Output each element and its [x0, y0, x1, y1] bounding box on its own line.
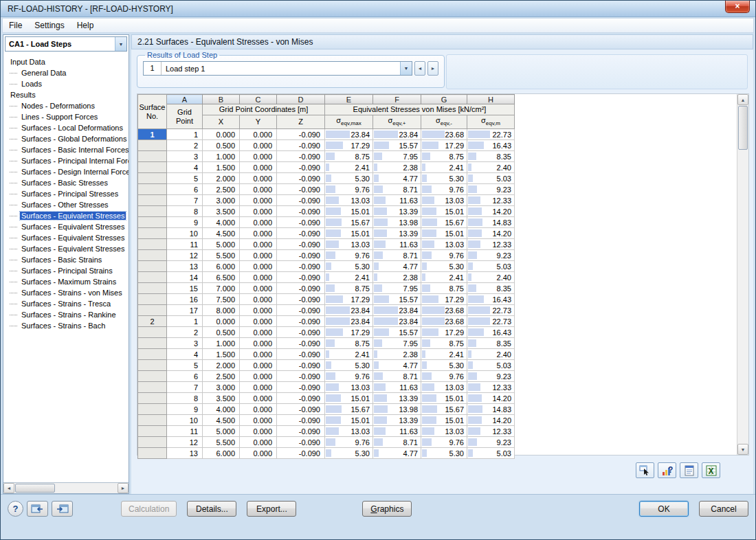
stress-cell[interactable]: 7.95 — [373, 151, 421, 162]
pick-grid-point-button[interactable] — [636, 462, 654, 478]
stress-cell[interactable]: 2.41 — [421, 272, 467, 283]
stress-cell[interactable]: 9.23 — [467, 250, 515, 261]
stress-cell[interactable]: 17.29 — [421, 294, 467, 305]
coord-cell[interactable]: 1.500 — [203, 349, 240, 360]
stress-cell[interactable]: 5.30 — [325, 173, 373, 184]
coord-cell[interactable]: 3.000 — [203, 195, 240, 206]
tree-item[interactable]: Surfaces - Principal Internal Forces — [3, 155, 129, 166]
stress-cell[interactable]: 15.67 — [421, 404, 467, 415]
coord-cell[interactable]: 2.000 — [203, 360, 240, 371]
surface-no-cell[interactable] — [138, 437, 167, 448]
stress-cell[interactable]: 2.40 — [467, 349, 515, 360]
coord-cell[interactable]: 2.500 — [203, 184, 240, 195]
stress-cell[interactable]: 15.57 — [373, 140, 421, 151]
stress-cell[interactable]: 2.40 — [467, 272, 515, 283]
tree-item[interactable]: General Data — [3, 67, 129, 78]
surface-no-cell[interactable] — [138, 184, 167, 195]
tree-item[interactable]: Surfaces - Strains - Rankine — [3, 309, 129, 320]
scroll-down-button[interactable]: ▼ — [737, 444, 748, 455]
surface-no-cell[interactable] — [138, 294, 167, 305]
stress-cell[interactable]: 5.03 — [467, 261, 515, 272]
stress-cell[interactable]: 8.71 — [373, 184, 421, 195]
stress-cell[interactable]: 5.03 — [467, 448, 515, 459]
tree-item[interactable]: Surfaces - Equivalent Stresses — [3, 232, 129, 243]
prev-table-button[interactable] — [27, 501, 48, 517]
stress-cell[interactable]: 9.76 — [421, 437, 467, 448]
coord-cell[interactable]: -0.090 — [277, 327, 325, 338]
coord-cell[interactable]: -0.090 — [277, 404, 325, 415]
tree-item[interactable]: Surfaces - Strains - von Mises — [3, 287, 129, 298]
stress-cell[interactable]: 23.68 — [421, 129, 467, 140]
stress-cell[interactable]: 23.84 — [373, 129, 421, 140]
coord-cell[interactable]: 0.000 — [240, 272, 277, 283]
stress-cell[interactable]: 7.95 — [373, 338, 421, 349]
stress-cell[interactable]: 12.33 — [467, 382, 515, 393]
stress-cell[interactable]: 13.03 — [325, 382, 373, 393]
scroll-left-button[interactable]: ◄ — [3, 483, 14, 493]
stress-cell[interactable]: 13.98 — [373, 217, 421, 228]
coord-cell[interactable]: 2.500 — [203, 371, 240, 382]
tree-item[interactable]: Surfaces - Basic Stresses — [3, 177, 129, 188]
coord-cell[interactable]: -0.090 — [277, 173, 325, 184]
tree-item[interactable]: Input Data — [3, 56, 129, 67]
stress-cell[interactable]: 14.83 — [467, 404, 515, 415]
hscroll-thumb[interactable] — [15, 484, 55, 493]
grid-point-cell[interactable]: 6 — [167, 371, 203, 382]
tree-item[interactable]: Surfaces - Strains - Tresca — [3, 298, 129, 309]
stress-cell[interactable]: 23.84 — [325, 316, 373, 327]
stress-cell[interactable]: 22.73 — [467, 129, 515, 140]
stress-cell[interactable]: 4.77 — [373, 360, 421, 371]
grid-point-cell[interactable]: 4 — [167, 349, 203, 360]
stress-cell[interactable]: 8.75 — [325, 283, 373, 294]
surface-no-cell[interactable] — [138, 371, 167, 382]
coord-cell[interactable]: 0.000 — [240, 140, 277, 151]
stress-cell[interactable]: 8.75 — [421, 151, 467, 162]
grid-point-cell[interactable]: 1 — [167, 129, 203, 140]
coord-cell[interactable]: 7.000 — [203, 283, 240, 294]
export-button[interactable]: Export... — [247, 501, 296, 517]
coord-cell[interactable]: -0.090 — [277, 206, 325, 217]
coord-cell[interactable]: 0.000 — [240, 294, 277, 305]
tree-item[interactable]: Surfaces - Global Deformations — [3, 133, 129, 144]
close-button[interactable]: × — [725, 1, 750, 13]
coord-cell[interactable]: -0.090 — [277, 239, 325, 250]
coord-cell[interactable]: 5.500 — [203, 250, 240, 261]
coord-cell[interactable]: 0.000 — [240, 250, 277, 261]
coord-cell[interactable]: -0.090 — [277, 371, 325, 382]
surface-no-cell[interactable] — [138, 327, 167, 338]
coord-cell[interactable]: 6.000 — [203, 261, 240, 272]
stress-cell[interactable]: 9.76 — [325, 371, 373, 382]
stress-cell[interactable]: 8.35 — [467, 283, 515, 294]
coord-cell[interactable]: -0.090 — [277, 393, 325, 404]
stress-cell[interactable]: 23.84 — [325, 129, 373, 140]
grid-point-cell[interactable]: 16 — [167, 294, 203, 305]
grid-point-cell[interactable]: 7 — [167, 382, 203, 393]
column-letter-B[interactable]: B — [203, 95, 240, 104]
surface-no-cell[interactable] — [138, 151, 167, 162]
tree-item[interactable]: Surfaces - Basic Strains — [3, 254, 129, 265]
stress-cell[interactable]: 5.30 — [421, 448, 467, 459]
stress-cell[interactable]: 13.39 — [373, 206, 421, 217]
stress-cell[interactable]: 8.35 — [467, 338, 515, 349]
stress-cell[interactable]: 8.75 — [325, 151, 373, 162]
load-case-combo[interactable]: CA1 - Load Steps ▼ — [5, 36, 127, 52]
coord-cell[interactable]: 0.000 — [240, 371, 277, 382]
coord-cell[interactable]: -0.090 — [277, 140, 325, 151]
coord-cell[interactable]: 3.500 — [203, 393, 240, 404]
stress-cell[interactable]: 9.23 — [467, 184, 515, 195]
stress-cell[interactable]: 7.95 — [373, 283, 421, 294]
grid-point-cell[interactable]: 7 — [167, 195, 203, 206]
stress-cell[interactable]: 13.39 — [373, 415, 421, 426]
coord-cell[interactable]: 0.000 — [240, 283, 277, 294]
tree-item[interactable]: Surfaces - Principal Stresses — [3, 188, 129, 199]
stress-cell[interactable]: 13.03 — [421, 195, 467, 206]
surface-no-cell[interactable] — [138, 239, 167, 250]
stress-cell[interactable]: 8.71 — [373, 371, 421, 382]
stress-cell[interactable]: 4.77 — [373, 448, 421, 459]
grid-point-cell[interactable]: 8 — [167, 206, 203, 217]
stress-cell[interactable]: 12.33 — [467, 426, 515, 437]
stress-cell[interactable]: 22.73 — [467, 305, 515, 316]
coord-cell[interactable]: 0.000 — [240, 261, 277, 272]
stress-cell[interactable]: 4.77 — [373, 261, 421, 272]
stress-cell[interactable]: 13.39 — [373, 393, 421, 404]
